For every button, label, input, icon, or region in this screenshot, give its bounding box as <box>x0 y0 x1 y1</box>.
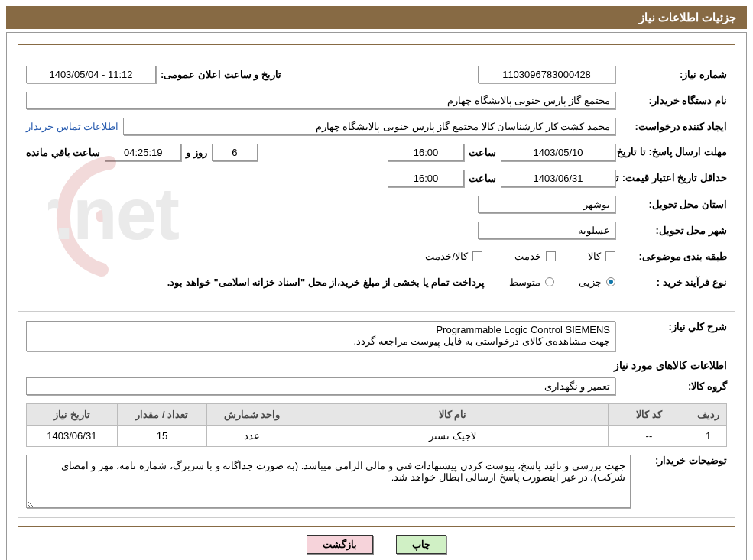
field-hms-left: 04:25:19 <box>105 144 181 161</box>
row-need-no: شماره نیاز: 1103096783000428 تاریخ و ساع… <box>26 63 727 86</box>
label-days-and: روز و <box>186 147 207 158</box>
label-chk-goods: کالا <box>588 251 601 262</box>
label-radio-medium: متوسط <box>509 277 540 288</box>
row-delivery-province: استان محل تحویل: بوشهر <box>26 193 727 215</box>
label-hours-remaining: ساعت باقي مانده <box>26 147 100 158</box>
row-requester: ایجاد کننده درخواست: محمد کشت کار کارشنا… <box>26 115 727 138</box>
th-date: تاریخ نیاز <box>27 404 118 426</box>
label-hour2: ساعت <box>469 173 496 184</box>
top-divider <box>18 44 735 45</box>
label-delivery-province: استان محل تحویل: <box>620 199 727 210</box>
field-delivery-city: عسلویه <box>478 222 615 239</box>
td-code: -- <box>608 426 690 447</box>
field-goods-group: تعمیر و نگهداری <box>26 377 615 395</box>
th-name: نام کالا <box>297 404 609 426</box>
label-buyer-notes: توضيحات خریدار: <box>635 455 727 466</box>
label-requester: ایجاد کننده درخواست: <box>620 121 727 132</box>
td-qty: 15 <box>117 426 206 447</box>
field-price-valid-time: 16:00 <box>388 170 464 187</box>
field-answer-time: 16:00 <box>388 144 464 161</box>
row-buyer-notes: توضيحات خریدار: <box>26 455 727 508</box>
td-date: 1403/06/31 <box>27 426 118 447</box>
label-delivery-city: شهر محل تحویل: <box>620 225 727 236</box>
th-unit: واحد شمارش <box>207 404 297 426</box>
label-classification: طبقه بندی موضوعی: <box>620 251 727 262</box>
field-requester: محمد کشت کار کارشناسان کالا مجتمع گاز پا… <box>123 118 615 135</box>
radio-partial[interactable] <box>606 277 615 286</box>
checkbox-service[interactable] <box>546 251 556 261</box>
summary-section: شماره نیاز: 1103096783000428 تاریخ و ساع… <box>18 53 735 303</box>
main-panel: AriaTender.net شماره نیاز: 1103096783000… <box>6 32 747 560</box>
field-buyer-notes[interactable] <box>26 455 631 508</box>
field-need-no: 1103096783000428 <box>478 66 615 83</box>
row-purchase-type: نوع فرآیند خرید : جزیی متوسط پرداخت تمام… <box>26 270 727 293</box>
th-row: ردیف <box>690 404 727 426</box>
radio-medium[interactable] <box>545 277 554 286</box>
buyer-contact-link[interactable]: اطلاعات تماس خریدار <box>26 121 118 132</box>
label-need-no: شماره نیاز: <box>620 69 727 80</box>
field-days-left: 6 <box>212 144 258 161</box>
detail-section: شرح كلي نياز: Programmable Logic Control… <box>18 311 735 518</box>
label-chk-goods-service: کالا/خدمت <box>425 251 468 262</box>
label-announce-dt: تاریخ و ساعت اعلان عمومی: <box>161 69 281 80</box>
field-announce-dt: 1403/05/04 - 11:12 <box>26 66 156 83</box>
checkbox-goods-service[interactable] <box>472 251 482 261</box>
label-hour1: ساعت <box>469 147 496 158</box>
row-answer-deadline: مهلت ارسال پاسخ: تا تاریخ: 1403/05/10 سا… <box>26 141 727 163</box>
td-row: 1 <box>690 426 727 447</box>
page-title: جزئیات اطلاعات نیاز <box>639 11 736 24</box>
checkbox-goods[interactable] <box>605 251 615 261</box>
label-chk-service: خدمت <box>514 251 541 262</box>
th-code: کد کالا <box>608 404 690 426</box>
back-button[interactable]: بازگشت <box>307 535 373 554</box>
label-radio-partial: جزیی <box>579 277 602 288</box>
row-price-valid: حداقل تاریخ اعتبار قیمت: تا تاریخ: 1403/… <box>26 167 727 189</box>
row-goods-group: گروه کالا: تعمیر و نگهداری <box>26 374 727 397</box>
goods-header: اطلاعات کالاهای مورد نیاز <box>26 359 727 371</box>
row-classification: طبقه بندی موضوعی: کالا خدمت کالا/خدمت <box>26 244 727 267</box>
label-purchase-type: نوع فرآیند خرید : <box>620 277 727 288</box>
button-row: چاپ بازگشت <box>7 527 746 560</box>
label-need-desc: شرح كلي نياز: <box>620 321 727 332</box>
label-price-valid: حداقل تاریخ اعتبار قیمت: تا تاریخ: <box>620 172 727 184</box>
label-answer-deadline: مهلت ارسال پاسخ: تا تاریخ: <box>620 146 727 158</box>
label-goods-group: گروه کالا: <box>620 380 727 392</box>
print-button[interactable]: چاپ <box>396 535 446 554</box>
field-need-desc: Programmable Logic Control SIEMENS جهت م… <box>26 321 615 351</box>
row-delivery-city: شهر محل تحویل: عسلویه <box>26 218 727 241</box>
field-price-valid-date: 1403/06/31 <box>501 170 615 187</box>
td-unit: عدد <box>207 426 297 447</box>
td-name: لاجیک تستر <box>297 426 609 447</box>
purchase-note: پرداخت تمام یا بخشی از مبلغ خرید،از محل … <box>167 277 485 288</box>
th-qty: تعداد / مقدار <box>117 404 206 426</box>
table-row: 1 -- لاجیک تستر عدد 15 1403/06/31 <box>27 426 727 447</box>
row-buyer-org: نام دستگاه خریدار: مجتمع گاز پارس جنوبی … <box>26 89 727 112</box>
field-delivery-province: بوشهر <box>478 196 615 213</box>
table-header-row: ردیف کد کالا نام کالا واحد شمارش تعداد /… <box>27 404 727 426</box>
label-buyer-org: نام دستگاه خریدار: <box>620 95 727 106</box>
goods-table: ردیف کد کالا نام کالا واحد شمارش تعداد /… <box>26 403 727 447</box>
field-answer-date: 1403/05/10 <box>501 144 615 161</box>
row-need-desc: شرح كلي نياز: Programmable Logic Control… <box>26 321 727 351</box>
field-buyer-org: مجتمع گاز پارس جنوبی پالایشگاه چهارم <box>26 92 615 109</box>
header-bar: جزئیات اطلاعات نیاز <box>6 6 747 29</box>
